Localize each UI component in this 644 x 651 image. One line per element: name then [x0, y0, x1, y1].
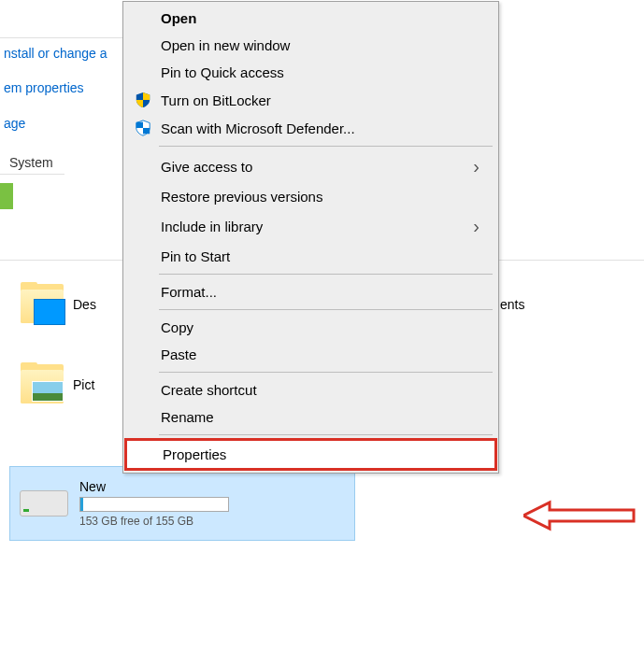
menu-pin-start-label: Pin to Start [157, 248, 493, 264]
menu-format[interactable]: Format... [125, 278, 496, 305]
menu-separator [159, 372, 493, 373]
menu-open-new-window-label: Open in new window [157, 37, 493, 53]
drive-space-bar [79, 497, 229, 512]
chevron-right-icon: › [473, 216, 493, 237]
menu-separator [159, 274, 493, 275]
menu-bitlocker-label: Turn on BitLocker [157, 92, 493, 108]
menu-paste[interactable]: Paste [125, 341, 496, 368]
menu-pin-to-start[interactable]: Pin to Start [125, 243, 496, 270]
menu-rename-label: Rename [157, 409, 493, 425]
toolbar-fragment-3: age [0, 108, 131, 138]
shield-icon [129, 92, 157, 108]
pictures-folder[interactable]: Pict [21, 362, 94, 407]
annotation-arrow [523, 499, 636, 532]
menu-copy-label: Copy [157, 319, 493, 335]
desktop-folder[interactable]: Des [21, 282, 96, 327]
toolbar-fragment: nstall or change a [0, 37, 131, 68]
svg-rect-1 [143, 128, 150, 134]
folder-icon [21, 362, 65, 407]
menu-separator [159, 309, 493, 310]
menu-separator [159, 434, 493, 435]
menu-open-new-window[interactable]: Open in new window [125, 32, 496, 59]
folder-icon [21, 282, 65, 327]
menu-shortcut-label: Create shortcut [157, 382, 493, 398]
desktop-label: Des [73, 297, 96, 312]
documents-label: ents [500, 297, 524, 312]
menu-open-label: Open [157, 10, 493, 26]
menu-properties-label: Properties [159, 446, 491, 462]
drive-title: New [79, 479, 347, 494]
drive-info: New 153 GB free of 155 GB [79, 479, 347, 528]
menu-defender-label: Scan with Microsoft Defender... [157, 120, 493, 136]
menu-separator [159, 146, 493, 147]
menu-create-shortcut[interactable]: Create shortcut [125, 376, 496, 403]
menu-turn-on-bitlocker[interactable]: Turn on BitLocker [125, 86, 496, 114]
menu-restore-previous[interactable]: Restore previous versions [125, 183, 496, 210]
defender-shield-icon [129, 120, 157, 136]
menu-copy[interactable]: Copy [125, 314, 496, 341]
drive-item[interactable]: New 153 GB free of 155 GB [9, 466, 355, 541]
chevron-right-icon: › [473, 156, 493, 177]
properties-link[interactable]: em properties [0, 73, 131, 103]
svg-marker-2 [523, 502, 634, 529]
menu-scan-defender[interactable]: Scan with Microsoft Defender... [125, 114, 496, 142]
toolbar-fragment-2: em properties [0, 73, 131, 103]
menu-include-library[interactable]: Include in library › [125, 210, 496, 243]
manage-link[interactable]: age [0, 108, 131, 138]
menu-pin-quick-access[interactable]: Pin to Quick access [125, 59, 496, 86]
menu-open[interactable]: Open [125, 5, 496, 32]
svg-rect-0 [136, 122, 143, 128]
pictures-label: Pict [73, 377, 94, 392]
system-tab[interactable]: System [0, 151, 64, 175]
menu-pin-quick-access-label: Pin to Quick access [157, 64, 493, 80]
drive-free-text: 153 GB free of 155 GB [79, 515, 347, 528]
selection-bar [0, 183, 13, 209]
menu-restore-label: Restore previous versions [157, 189, 493, 205]
context-menu: Open Open in new window Pin to Quick acc… [122, 1, 499, 474]
menu-include-library-label: Include in library [157, 219, 473, 234]
menu-paste-label: Paste [157, 347, 493, 362]
menu-rename[interactable]: Rename [125, 403, 496, 431]
menu-give-access-label: Give access to [157, 159, 473, 175]
menu-properties[interactable]: Properties [124, 438, 497, 471]
menu-give-access-to[interactable]: Give access to › [125, 150, 496, 183]
drive-icon [18, 485, 70, 522]
menu-format-label: Format... [157, 284, 493, 300]
install-link[interactable]: nstall or change a [0, 38, 131, 68]
